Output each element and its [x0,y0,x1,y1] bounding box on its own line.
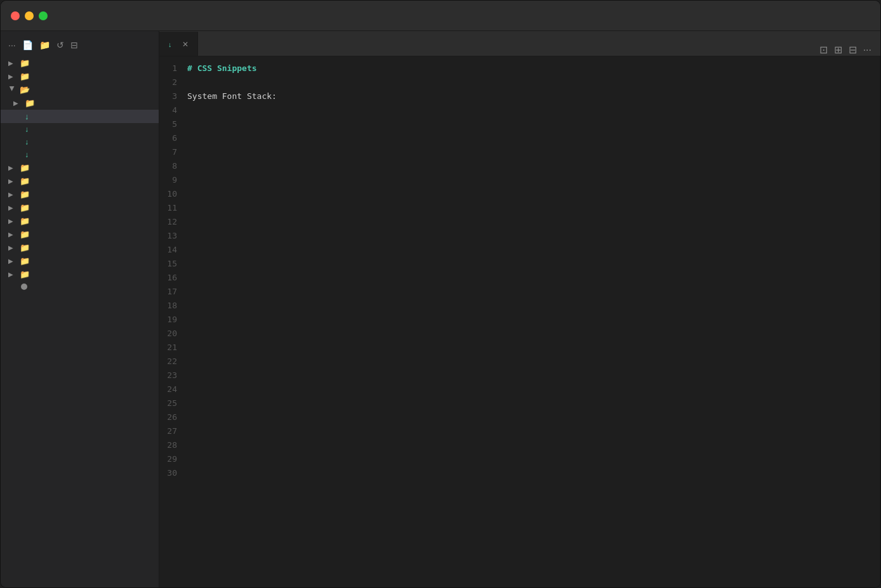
code-scroll[interactable]: 12345 678910 1112131415 1617181920 21222… [159,56,880,587]
file-icon-terminal: ↓ [25,150,29,159]
editor-tab-css-snippets[interactable]: ↓ ✕ [159,32,198,56]
folder-icon: 📁 [20,216,30,226]
sidebar-item-gitignore[interactable]: ▶ [1,281,159,292]
refresh-icon[interactable]: ↺ [56,40,64,50]
folder-icon: 📁 [20,176,30,186]
folder-icon: 📁 [20,58,30,68]
sidebar-item-terminal-commands[interactable]: ▶ ↓ [1,148,159,161]
file-icon-public: ↓ [25,138,29,147]
main-layout: ··· 📄 📁 ↺ ⊟ ▶ 📁 ▶ 📁 ▶ 📂 [1,31,880,587]
file-icon-html: ↓ [25,125,29,134]
folder-icon: 📁 [20,256,30,266]
ellipsis-icon[interactable]: ··· [8,40,16,50]
folder-icon: 📁 [25,98,35,108]
new-folder-icon[interactable]: 📁 [39,40,50,50]
sidebar: ··· 📄 📁 ↺ ⊟ ▶ 📁 ▶ 📁 ▶ 📂 [1,31,159,587]
sidebar-item-blog[interactable]: ▶ 📁 [1,56,159,70]
chevron-right-icon: ▶ [8,178,16,185]
sidebar-item-css-snippets[interactable]: ▶ ↓ [1,110,159,123]
close-button[interactable] [11,11,20,20]
chevron-right-icon: ▶ [8,60,16,67]
sidebar-item-song-lyrics[interactable]: ▶ 📁 [1,254,159,268]
folder-icon: 📁 [20,190,30,199]
chevron-right-icon: ▶ [8,244,16,251]
sidebar-item-journal[interactable]: ▶ 📁 [1,188,159,201]
tab-file-icon: ↓ [168,41,172,48]
editor-area: ↓ ✕ ⊡ ⊞ ⊟ ··· 12345 [159,31,880,587]
chevron-right-icon: ▶ [8,218,16,225]
sidebar-toolbar: ··· 📄 📁 ↺ ⊟ [1,36,159,56]
chevron-right-icon: ▶ [8,258,16,265]
title-bar [1,1,880,31]
chevron-right-icon: ▶ [8,231,16,238]
sidebar-item-personal[interactable]: ▶ 📁 [1,241,159,254]
collapse-icon[interactable]: ⊟ [70,40,78,50]
more-icon[interactable]: ··· [863,44,871,56]
folder-icon: 📁 [20,230,30,239]
chevron-right-icon: ▶ [8,164,16,171]
sidebar-item-meditations[interactable]: ▶ 📁 [1,214,159,228]
folder-icon: 📁 [20,270,30,279]
chevron-right-icon: ▶ [8,271,16,278]
sidebar-item-writing[interactable]: ▶ 📁 [1,268,159,281]
tab-bar: ↓ ✕ ⊡ ⊞ ⊟ ··· [159,31,880,56]
sidebar-item-na[interactable]: ▶ 📁 [1,228,159,241]
gitignore-dot-icon [21,284,27,290]
app-window: ··· 📄 📁 ↺ ⊟ ▶ 📁 ▶ 📁 ▶ 📂 [0,0,881,588]
folder-icon: 📁 [20,72,30,81]
sidebar-item-habits[interactable]: ▶ 📁 [1,161,159,174]
maximize-button[interactable] [39,11,48,20]
tab-group: ↓ ✕ [159,31,811,56]
traffic-lights [11,11,48,20]
folder-icon: 📁 [20,243,30,252]
sidebar-item-bookmarks[interactable]: ▶ 📁 [1,96,159,110]
folder-icon: 📁 [20,163,30,173]
sidebar-item-html-snippets[interactable]: ▶ ↓ [1,123,159,136]
editor-split: 12345 678910 1112131415 1617181920 21222… [159,56,880,587]
chevron-right-icon: ▶ [13,100,21,107]
new-file-icon[interactable]: 📄 [22,40,33,50]
sidebar-item-marketing[interactable]: ▶ 📁 [1,201,159,214]
code-editor[interactable]: # CSS Snippets System Font Stack: [187,56,880,587]
chevron-right-icon: ▶ [8,191,16,198]
preview-icon[interactable]: ⊞ [834,44,842,56]
line-numbers: 12345 678910 1112131415 1617181920 21222… [159,56,187,587]
sidebar-item-public-orgs[interactable]: ▶ ↓ [1,136,159,148]
tab-actions: ⊡ ⊞ ⊟ ··· [811,44,880,56]
file-icon-css: ↓ [25,112,29,121]
split-icon[interactable]: ⊡ [819,44,828,56]
folder-icon: 📁 [20,203,30,212]
folder-icon-open: 📂 [20,85,30,95]
sidebar-item-books[interactable]: ▶ 📁 [1,70,159,83]
tab-close-button[interactable]: ✕ [182,40,189,49]
chevron-down-icon: ▶ [9,86,16,94]
code-pane[interactable]: 12345 678910 1112131415 1617181920 21222… [159,56,880,587]
chevron-right-icon: ▶ [8,204,16,211]
sidebar-item-inbox[interactable]: ▶ 📁 [1,174,159,188]
minimize-button[interactable] [25,11,34,20]
sidebar-item-dev[interactable]: ▶ 📂 [1,83,159,96]
layout-icon[interactable]: ⊟ [849,44,857,56]
chevron-right-icon: ▶ [8,73,16,80]
